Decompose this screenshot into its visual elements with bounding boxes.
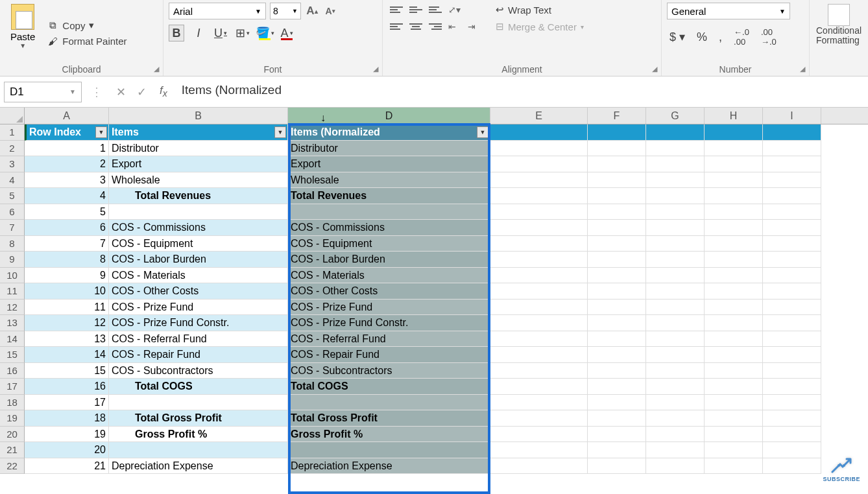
cell[interactable] <box>705 172 763 189</box>
cell[interactable]: COS - Prize Fund Constr. <box>109 315 288 331</box>
cell[interactable] <box>588 442 646 458</box>
cell[interactable]: Distributor <box>288 141 490 157</box>
merge-center-button[interactable]: ⊟ Merge & Center ▾ <box>493 19 586 34</box>
align-bottom-button[interactable] <box>427 3 444 17</box>
format-painter-button[interactable]: 🖌 Format Painter <box>43 34 130 48</box>
bold-button[interactable]: B <box>169 25 184 41</box>
align-top-button[interactable] <box>388 3 405 17</box>
cell[interactable] <box>705 300 763 316</box>
cell[interactable] <box>705 188 763 204</box>
cell[interactable] <box>705 156 763 172</box>
cell[interactable] <box>109 204 288 220</box>
cell[interactable] <box>646 331 705 347</box>
cell[interactable] <box>588 315 646 331</box>
cell[interactable] <box>490 363 588 379</box>
cell[interactable] <box>588 331 646 347</box>
cell[interactable]: 20 <box>25 442 109 458</box>
column-header-H[interactable]: H <box>705 108 763 124</box>
cell[interactable]: 7 <box>25 236 109 252</box>
cell[interactable]: COS - Commissions <box>109 220 288 236</box>
cancel-button[interactable]: ✕ <box>112 83 130 101</box>
cell[interactable]: Total Revenues <box>109 188 288 204</box>
row-header[interactable]: 7 <box>0 220 25 236</box>
cell[interactable] <box>705 283 763 300</box>
cell[interactable] <box>588 300 646 316</box>
cell[interactable]: Total Revenues <box>288 188 490 204</box>
cell[interactable]: 21 <box>25 458 109 475</box>
cells-area[interactable]: Row Index▼ Items▼ Items (Normalized▼ 1 D… <box>25 124 868 474</box>
align-middle-button[interactable] <box>407 3 424 17</box>
cell[interactable] <box>763 410 821 427</box>
formula-input[interactable]: Items (Normalized <box>176 82 864 102</box>
cell[interactable] <box>705 427 763 443</box>
cell[interactable] <box>588 458 646 475</box>
cell[interactable]: 15 <box>25 363 109 379</box>
cell[interactable]: 10 <box>25 283 109 300</box>
cell[interactable] <box>763 220 821 236</box>
cell[interactable]: COS - Subcontractors <box>109 363 288 379</box>
decrease-indent-button[interactable]: ⇤ <box>446 19 463 34</box>
filter-button[interactable]: ▼ <box>274 126 286 138</box>
row-header[interactable]: 8 <box>0 236 25 252</box>
cell[interactable] <box>763 283 821 300</box>
dialog-launcher-icon[interactable]: ◢ <box>652 65 657 73</box>
cell[interactable] <box>646 156 705 172</box>
row-header[interactable]: 17 <box>0 379 25 395</box>
cell[interactable]: COS - Repair Fund <box>288 347 490 363</box>
conditional-formatting-button[interactable]: Conditional Formatting <box>815 3 863 47</box>
cell[interactable] <box>588 252 646 268</box>
cell[interactable] <box>705 458 763 475</box>
cell[interactable]: 13 <box>25 331 109 347</box>
cell[interactable] <box>588 379 646 395</box>
cell[interactable]: 4 <box>25 188 109 204</box>
fx-icon[interactable]: fx <box>153 84 174 99</box>
cell[interactable]: 9 <box>25 268 109 284</box>
cell[interactable] <box>705 410 763 427</box>
cell[interactable]: COS - Repair Fund <box>109 347 288 363</box>
row-header[interactable]: 15 <box>0 347 25 363</box>
row-header[interactable]: 5 <box>0 188 25 204</box>
cell[interactable]: Total COGS <box>109 379 288 395</box>
cell[interactable]: Gross Profit % <box>288 427 490 443</box>
cell[interactable] <box>588 268 646 284</box>
cell[interactable] <box>490 379 588 395</box>
copy-button[interactable]: ⧉ Copy ▾ <box>43 18 130 32</box>
row-header[interactable]: 12 <box>0 300 25 316</box>
row-header[interactable]: 4 <box>0 172 25 189</box>
cell[interactable] <box>763 347 821 363</box>
header-cell[interactable]: Items▼ <box>109 124 288 141</box>
cell[interactable] <box>646 141 705 157</box>
cell[interactable] <box>705 347 763 363</box>
cell[interactable] <box>490 395 588 411</box>
cell[interactable]: COS - Referral Fund <box>109 331 288 347</box>
cell[interactable]: Depreciation Expense <box>288 458 490 475</box>
cell[interactable]: COS - Commissions <box>288 220 490 236</box>
row-header[interactable]: 3 <box>0 156 25 172</box>
cell[interactable]: Total Gross Profit <box>288 410 490 427</box>
cell[interactable]: Wholesale <box>109 172 288 189</box>
cell[interactable] <box>763 124 821 141</box>
cell[interactable]: COS - Materials <box>109 268 288 284</box>
cell[interactable] <box>109 442 288 458</box>
cell[interactable] <box>588 410 646 427</box>
row-header[interactable]: 6 <box>0 204 25 220</box>
italic-button[interactable]: I <box>191 25 206 41</box>
cell[interactable] <box>490 172 588 189</box>
row-header[interactable]: 16 <box>0 363 25 379</box>
cell[interactable]: 18 <box>25 410 109 427</box>
cell[interactable] <box>763 442 821 458</box>
increase-indent-button[interactable]: ⇥ <box>466 19 483 34</box>
cell[interactable] <box>490 236 588 252</box>
cell[interactable] <box>490 458 588 475</box>
cell[interactable] <box>588 236 646 252</box>
column-header-F[interactable]: F <box>588 108 646 124</box>
column-header-B[interactable]: B <box>109 108 288 124</box>
cell[interactable] <box>646 252 705 268</box>
cell[interactable]: Depreciation Expense <box>109 458 288 475</box>
cell[interactable] <box>646 427 705 443</box>
cell[interactable] <box>490 410 588 427</box>
cell[interactable] <box>763 379 821 395</box>
cell[interactable] <box>763 188 821 204</box>
select-all-corner[interactable] <box>0 108 25 124</box>
align-center-button[interactable] <box>407 19 424 34</box>
